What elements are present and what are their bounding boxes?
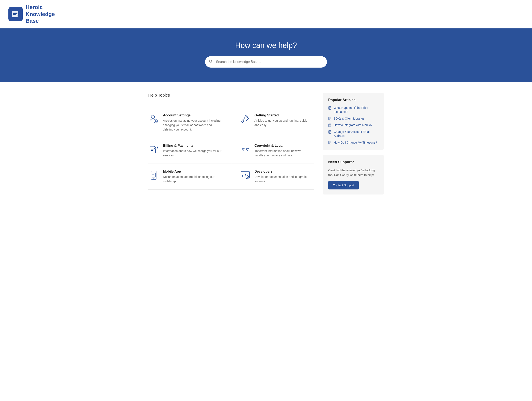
logo[interactable]: i Heroic Knowledge Base <box>8 4 55 24</box>
article-item-4[interactable]: How Do I Change My Timezone? <box>328 141 378 145</box>
divider <box>148 101 314 101</box>
topic-developers-content: Developers Developer documentation and i… <box>254 170 310 184</box>
hero-title: How can we help? <box>4 41 528 50</box>
topic-account-settings[interactable]: Account Settings Articles on managing yo… <box>148 108 231 138</box>
article-item-3[interactable]: Change Your Account Email Address <box>328 130 378 138</box>
topic-developers-desc: Developer documentation and integration … <box>254 175 310 184</box>
topic-mobile-content: Mobile App Documentation and troubleshoo… <box>163 170 223 184</box>
svg-text:i: i <box>17 15 18 17</box>
topic-billing-title: Billing & Payments <box>163 144 223 148</box>
support-text: Can't find the answer you're looking for… <box>328 168 378 177</box>
sidebar: Popular Articles What Happens If the Pri… <box>323 93 384 200</box>
topic-billing[interactable]: $ Billing & Payments Information about h… <box>148 138 231 164</box>
need-support-card: Need Support? Can't find the answer you'… <box>323 155 384 195</box>
section-title: Help Topics <box>148 93 314 98</box>
topic-legal[interactable]: Copyright & Legal Important information … <box>231 138 314 164</box>
topics-grid: Account Settings Articles on managing yo… <box>148 108 314 190</box>
topic-billing-desc: Information about how we charge you for … <box>163 149 223 158</box>
topic-getting-started[interactable]: Getting Started Articles to get you up a… <box>231 108 314 138</box>
logo-icon: i <box>8 7 23 21</box>
topic-developers[interactable]: Developers Developer documentation and i… <box>231 164 314 190</box>
search-icon <box>209 59 213 65</box>
svg-rect-17 <box>152 173 155 177</box>
svg-rect-3 <box>13 14 16 15</box>
billing-icon: $ <box>148 144 159 155</box>
svg-line-7 <box>212 62 213 63</box>
legal-icon <box>240 144 251 155</box>
svg-point-11 <box>247 116 248 117</box>
topic-developers-title: Developers <box>254 170 310 174</box>
header: i Heroic Knowledge Base <box>0 0 532 28</box>
article-item-2[interactable]: How to Integrate with Mobixo <box>328 123 378 127</box>
need-support-title: Need Support? <box>328 160 378 164</box>
topic-legal-desc: Important information about how we handl… <box>254 149 310 158</box>
svg-text:$: $ <box>155 147 156 149</box>
article-icon-0 <box>328 106 332 110</box>
topic-getting-started-title: Getting Started <box>254 113 310 117</box>
account-settings-icon <box>148 113 159 124</box>
svg-rect-2 <box>13 13 18 14</box>
content-area: Help Topics Account Settings Articles on <box>140 82 392 210</box>
logo-text: Heroic Knowledge Base <box>26 4 55 24</box>
article-icon-3 <box>328 130 332 134</box>
search-container <box>205 56 327 68</box>
hero-section: How can we help? <box>0 28 532 82</box>
topic-mobile[interactable]: Mobile App Documentation and troubleshoo… <box>148 164 231 190</box>
svg-point-16 <box>153 178 154 179</box>
main-column: Help Topics Account Settings Articles on <box>148 93 314 190</box>
topic-mobile-title: Mobile App <box>163 170 223 174</box>
topic-account-settings-title: Account Settings <box>163 113 223 117</box>
topic-account-settings-desc: Articles on managing your account includ… <box>163 118 223 132</box>
svg-point-20 <box>247 177 248 178</box>
topic-legal-title: Copyright & Legal <box>254 144 310 148</box>
popular-articles-card: Popular Articles What Happens If the Pri… <box>323 93 384 150</box>
article-icon-2 <box>328 123 332 127</box>
search-input[interactable] <box>205 56 327 68</box>
article-list: What Happens If the Price Increases? SDK… <box>328 106 378 145</box>
topic-mobile-desc: Documentation and troubleshooting our mo… <box>163 175 223 184</box>
topic-getting-started-desc: Articles to get you up and running, quic… <box>254 118 310 127</box>
article-icon-4 <box>328 141 332 144</box>
getting-started-icon <box>240 113 251 124</box>
svg-point-4 <box>17 15 19 17</box>
contact-support-button[interactable]: Contact Support <box>328 181 359 189</box>
svg-point-8 <box>151 115 155 118</box>
topic-getting-started-content: Getting Started Articles to get you up a… <box>254 113 310 127</box>
article-icon-1 <box>328 117 332 120</box>
topic-account-settings-content: Account Settings Articles on managing yo… <box>163 113 223 132</box>
developers-icon <box>240 170 251 181</box>
mobile-icon <box>148 170 159 181</box>
topic-legal-content: Copyright & Legal Important information … <box>254 144 310 158</box>
article-item-0[interactable]: What Happens If the Price Increases? <box>328 106 378 114</box>
topic-billing-content: Billing & Payments Information about how… <box>163 144 223 158</box>
popular-articles-title: Popular Articles <box>328 98 378 102</box>
svg-rect-1 <box>13 12 18 13</box>
article-item-1[interactable]: SDKs & Client Libraries <box>328 116 378 121</box>
